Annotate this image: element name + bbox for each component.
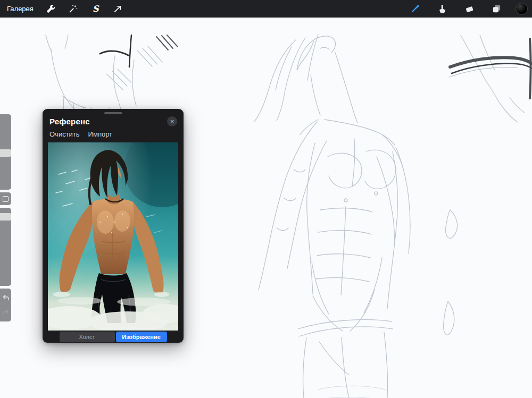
panel-actions: Очистить Импорт: [43, 127, 184, 142]
eraser-icon[interactable]: [461, 2, 477, 16]
brush-size-slider[interactable]: [0, 114, 11, 190]
toolbar-left-group: Галерея S: [0, 2, 132, 16]
reference-panel: Референс × Очистить Импорт: [43, 109, 184, 343]
brush-size-handle[interactable]: [0, 149, 11, 157]
brush-icon[interactable]: [407, 2, 423, 16]
opacity-handle[interactable]: [0, 213, 11, 221]
layers-icon[interactable]: [488, 2, 504, 16]
import-button[interactable]: Импорт: [88, 130, 112, 138]
opacity-slider[interactable]: [0, 208, 11, 286]
adjustments-icon[interactable]: [65, 2, 81, 16]
selection-icon[interactable]: S: [88, 2, 104, 16]
tab-canvas[interactable]: Холст: [60, 332, 115, 342]
tool-sidebar: [0, 114, 11, 321]
redo-button[interactable]: [0, 307, 11, 318]
top-toolbar: Галерея S: [0, 0, 532, 18]
selection-glyph: S: [93, 4, 99, 14]
smudge-icon[interactable]: [434, 2, 450, 16]
close-icon[interactable]: ×: [167, 116, 177, 126]
modify-square-icon: [3, 196, 9, 202]
panel-tab-bar: Холст Изображение: [43, 331, 184, 343]
reference-photo: [48, 142, 178, 331]
clear-button[interactable]: Очистить: [49, 130, 80, 138]
history-buttons: [0, 289, 11, 321]
transform-icon[interactable]: [110, 2, 126, 16]
undo-button[interactable]: [0, 292, 11, 303]
wrench-icon[interactable]: [43, 2, 59, 16]
panel-title: Референс: [49, 117, 90, 126]
color-swatch[interactable]: [516, 3, 528, 15]
reference-image[interactable]: [48, 142, 178, 331]
panel-handle-row: [43, 109, 184, 114]
panel-header: Референс ×: [43, 114, 184, 127]
procreate-window: Галерея S: [0, 0, 532, 398]
modify-button[interactable]: [0, 192, 11, 205]
toolbar-right-group: [407, 2, 532, 16]
gallery-button[interactable]: Галерея: [7, 5, 34, 13]
tab-image[interactable]: Изображение: [116, 332, 167, 342]
